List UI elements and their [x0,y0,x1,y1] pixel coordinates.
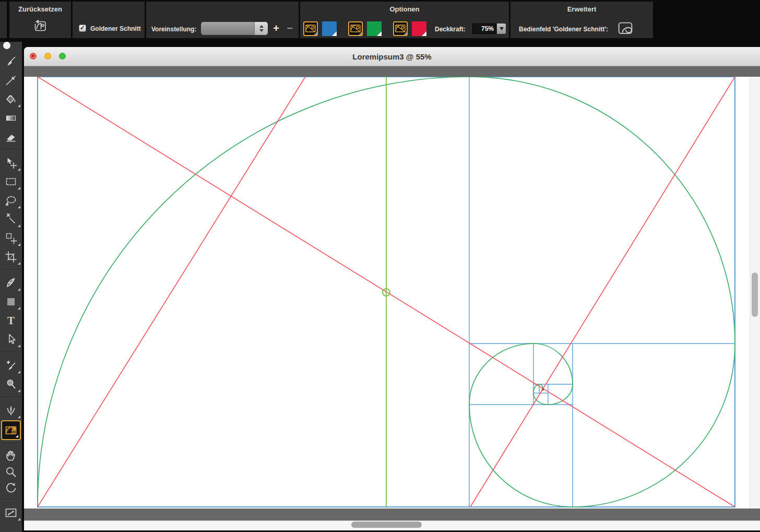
section-options-header: Optionen [300,5,509,13]
window-titlebar[interactable]: Loremipsum3 @ 55% [24,47,760,66]
lasso-icon [4,194,18,207]
tool-rotate-view[interactable] [0,480,22,496]
tool-fullscreen[interactable] [0,503,22,522]
tool-group: T [0,274,22,349]
toolbar-divider [1,269,21,270]
toolbar-divider [1,149,21,150]
opacity-value-field[interactable]: 75% [472,23,496,34]
tool-eraser[interactable] [0,127,22,146]
flyout-triangle-icon [18,187,20,190]
tool-brush[interactable] [0,52,22,71]
shape-icon [4,295,18,309]
flyout-triangle-icon [18,224,20,227]
tools-panel: T [0,42,22,532]
flyout-triangle-icon [18,288,20,291]
flyout-triangle-icon [18,206,20,208]
healing-brush-icon [4,359,18,372]
window-title: Loremipsum3 @ 55% [24,47,760,66]
tool-paint-bucket[interactable] [0,90,22,109]
flyout-triangle-icon [18,371,20,373]
preset-label: Voreinstellung: [151,26,196,33]
tool-pen[interactable] [0,274,22,292]
tool-direct-select[interactable] [0,330,22,349]
fullscreen-icon [4,506,18,519]
open-panel-button[interactable] [618,22,633,34]
tool-move[interactable] [0,153,22,172]
flyout-triangle-icon [16,435,18,438]
toolbar-divider [1,397,21,398]
tool-lasso[interactable] [0,191,22,210]
pasteboard-bottom [24,509,760,521]
brush-icon [4,55,18,68]
flyout-triangle-icon [18,307,20,310]
blur-icon [4,377,18,391]
reset-overlay-button[interactable] [32,18,49,34]
rotate-view-icon [4,481,18,495]
tool-group [0,447,22,496]
type-icon: T [4,314,18,327]
vertical-scrollbar-thumb[interactable] [752,273,758,317]
swatch-blue[interactable] [322,21,337,36]
slice-move-icon [4,231,18,245]
opacity-label: Deckkraft: [435,26,466,33]
toolbar-divider [1,499,21,500]
tool-mixer-brush[interactable] [0,401,22,420]
tool-groups: T [0,52,22,522]
app-root: { "options_bar": { "reset": { "header": … [0,0,760,532]
tool-hand[interactable] [0,447,22,464]
flyout-triangle-icon [18,168,20,171]
mixer-brush-icon [4,404,18,417]
crop-icon [4,250,18,264]
overlay-style-button-3[interactable] [393,21,408,36]
tool-group [0,52,22,146]
section-advanced-header: Erweitert [510,5,653,13]
gradient-icon [4,111,18,125]
chevron-up-icon [259,25,264,28]
tool-crop[interactable] [0,247,22,266]
overlay-style-button-1[interactable] [303,21,318,36]
section-advanced: Erweitert Bedienfeld 'Goldener Schnitt': [510,2,653,38]
options-bar-edge [0,2,7,38]
document-canvas[interactable] [24,77,750,509]
svg-text:T: T [7,314,15,327]
golden-section-checkbox-label: Goldener Schnitt [90,25,141,32]
tool-shape[interactable] [0,292,22,311]
flyout-triangle-icon [18,518,20,521]
tool-zoom[interactable] [0,464,22,480]
preset-select[interactable] [201,22,268,35]
swatch-red[interactable] [412,21,426,36]
horizontal-scrollbar-thumb[interactable] [351,522,422,528]
tool-type[interactable]: T [0,311,22,330]
panel-knob[interactable] [3,42,10,49]
swatch-green[interactable] [367,21,382,36]
paint-bucket-icon [4,92,18,106]
tool-eyedropper[interactable] [0,71,22,90]
preset-select-stepper[interactable] [254,22,268,35]
panel-label: Bedienfeld 'Goldener Schnitt': [519,26,608,33]
opacity-dropdown-button[interactable] [497,23,506,34]
hand-icon [4,449,18,463]
document-window: Loremipsum3 @ 55% [24,47,760,532]
move-icon [4,156,18,170]
tool-blur[interactable] [0,375,22,394]
pen-icon [4,276,18,290]
tool-group [0,401,22,440]
tool-group [0,153,22,266]
tool-golden-spiral-active[interactable] [1,420,21,440]
direct-select-icon [4,333,18,346]
preset-remove-button[interactable]: − [284,21,295,35]
flyout-triangle-icon [18,243,20,246]
section-options: Optionen Deckkraft: 75% [300,2,509,38]
tool-magic-wand[interactable] [0,210,22,229]
preset-add-button[interactable]: + [270,21,282,35]
golden-section-checkbox[interactable] [79,25,86,32]
tool-slice-move[interactable] [0,229,22,247]
tool-gradient[interactable] [0,109,22,127]
tool-group [0,503,22,522]
overlay-style-button-2[interactable] [348,21,363,36]
options-bar: Zurücksetzen Goldener Schnitt Voreinstel… [0,0,760,38]
tool-healing-brush[interactable] [0,356,22,375]
flyout-triangle-icon [18,104,20,107]
preset-select-value [201,22,254,35]
tool-marquee[interactable] [0,172,22,191]
